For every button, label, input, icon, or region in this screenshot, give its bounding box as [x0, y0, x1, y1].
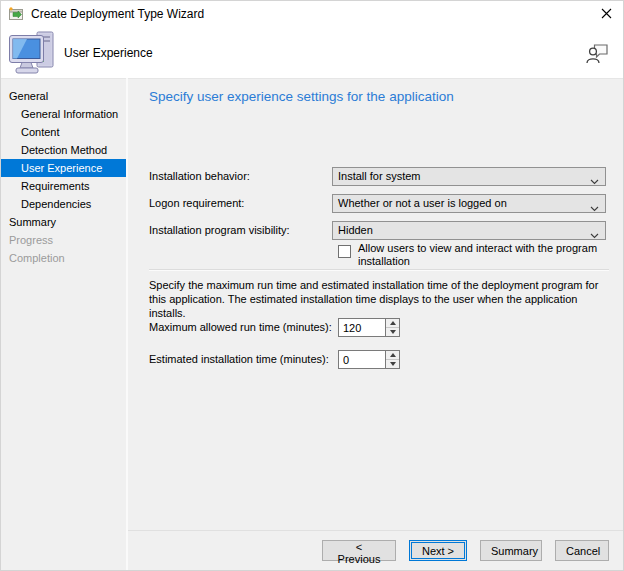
- max-run-time-spinner: [338, 318, 400, 337]
- next-button[interactable]: Next >: [409, 540, 467, 561]
- sidebar-item-detection-method[interactable]: Detection Method: [1, 141, 126, 159]
- sidebar-item-general-information[interactable]: General Information: [1, 105, 126, 123]
- program-visibility-value: Hidden: [338, 224, 373, 236]
- summary-button[interactable]: Summary: [480, 540, 542, 561]
- spinner-down-icon[interactable]: [386, 360, 399, 368]
- sidebar-item-user-experience[interactable]: User Experience: [1, 159, 126, 177]
- spinner-down-icon[interactable]: [386, 328, 399, 336]
- footer-button-row: < Previous Next > Summary Cancel: [322, 540, 609, 561]
- wizard-footer: < Previous Next > Summary Cancel: [128, 530, 623, 570]
- sidebar-item-progress: Progress: [1, 231, 126, 249]
- user-experience-badge-icon: [585, 41, 610, 70]
- cancel-button[interactable]: Cancel: [555, 540, 609, 561]
- page-header-title: User Experience: [64, 28, 153, 78]
- close-icon: [601, 7, 612, 22]
- wizard-window-icon: [8, 6, 24, 22]
- sidebar-item-dependencies[interactable]: Dependencies: [1, 195, 126, 213]
- allow-interact-checkbox-label[interactable]: Allow users to view and interact with th…: [358, 242, 614, 268]
- main-content: Specify user experience settings for the…: [128, 78, 623, 570]
- chevron-down-icon: [590, 173, 599, 190]
- sidebar-item-summary[interactable]: Summary: [1, 213, 126, 231]
- program-visibility-select[interactable]: Hidden: [332, 221, 606, 240]
- logon-requirement-value: Whether or not a user is logged on: [338, 197, 507, 209]
- installation-behavior-value: Install for system: [338, 170, 421, 182]
- computer-icon: [9, 31, 57, 79]
- logon-requirement-label: Logon requirement:: [149, 194, 244, 212]
- chevron-down-icon: [590, 200, 599, 217]
- runtime-note: Specify the maximum run time and estimat…: [149, 278, 611, 320]
- logon-requirement-select[interactable]: Whether or not a user is logged on: [332, 194, 606, 213]
- max-run-time-input[interactable]: [338, 318, 385, 337]
- installation-behavior-label: Installation behavior:: [149, 167, 250, 185]
- sidebar-item-completion: Completion: [1, 249, 126, 267]
- allow-interact-checkbox[interactable]: [338, 245, 351, 258]
- spinner-up-icon[interactable]: [386, 319, 399, 328]
- max-run-time-label: Maximum allowed run time (minutes):: [149, 318, 332, 336]
- create-deployment-type-wizard-window: Create Deployment Type Wizard: [0, 0, 624, 571]
- section-divider: [149, 269, 609, 271]
- spinner-buttons: [385, 318, 400, 337]
- title-bar: Create Deployment Type Wizard: [1, 1, 623, 28]
- estimated-install-time-input[interactable]: [338, 350, 385, 369]
- window-title: Create Deployment Type Wizard: [31, 1, 204, 28]
- program-visibility-label: Installation program visibility:: [149, 221, 290, 239]
- estimated-install-time-spinner: [338, 350, 400, 369]
- estimated-install-time-label: Estimated installation time (minutes):: [149, 350, 329, 368]
- sidebar-item-general[interactable]: General: [1, 87, 126, 105]
- spinner-up-icon[interactable]: [386, 351, 399, 360]
- wizard-steps-sidebar: General General Information Content Dete…: [1, 78, 126, 570]
- sidebar-item-requirements[interactable]: Requirements: [1, 177, 126, 195]
- page-title: Specify user experience settings for the…: [149, 89, 454, 104]
- installation-behavior-select[interactable]: Install for system: [332, 167, 606, 186]
- previous-button[interactable]: < Previous: [322, 540, 396, 561]
- wizard-page-header: User Experience: [1, 28, 623, 78]
- close-button[interactable]: [589, 1, 623, 28]
- spinner-buttons: [385, 350, 400, 369]
- sidebar-item-content[interactable]: Content: [1, 123, 126, 141]
